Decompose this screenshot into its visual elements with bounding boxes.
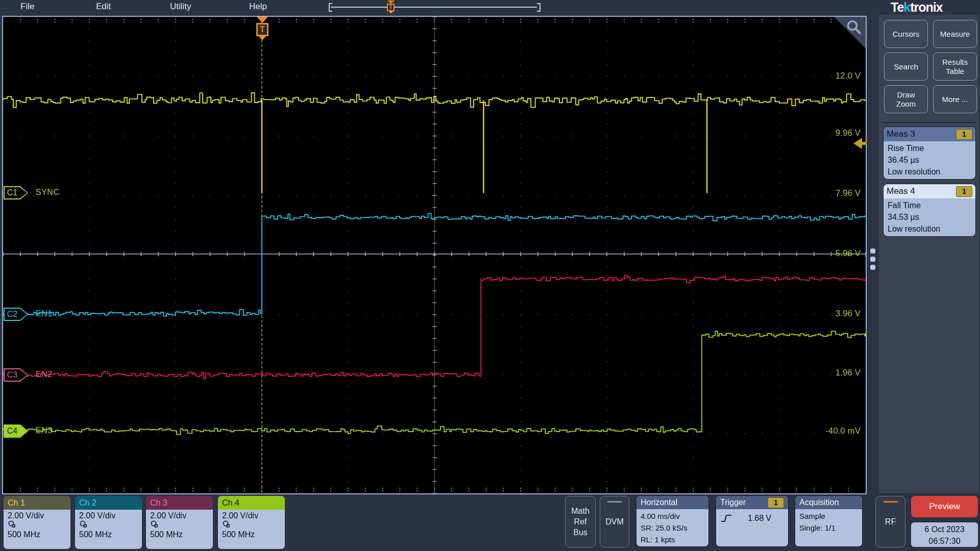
voltage-scale-label: 3.96 V <box>799 309 861 319</box>
channel-card-ch3[interactable]: Ch 32.00 V/div500 MHz <box>146 496 213 549</box>
channel-signal-label: EN3 <box>36 426 53 435</box>
slice-divider-handle-dot[interactable] <box>870 265 875 270</box>
channel-tag-id: C4 <box>4 424 21 438</box>
trigger-marker-label: T <box>387 4 395 11</box>
tektronix-logo: Tektronix <box>891 0 978 14</box>
sidebar-button-measure[interactable]: Measure <box>933 20 977 48</box>
measurement-title: Meas 4 <box>887 186 915 196</box>
probe-icon <box>79 520 88 528</box>
measurement-card-meas-3[interactable]: Meas 31Rise Time36.45 µsLow resolution <box>884 127 975 179</box>
sidebar-button-label: Draw <box>897 90 915 99</box>
voltage-scale-label: 9.96 V <box>799 128 861 138</box>
sidebar-button-more[interactable]: More ... <box>933 85 977 113</box>
horizontal-scale: 4.00 ms/div <box>641 510 704 522</box>
channel-card-ch2[interactable]: Ch 22.00 V/div500 MHz <box>75 496 142 549</box>
waveform-canvas[interactable] <box>3 17 866 493</box>
menu-item-file[interactable]: File <box>20 2 34 12</box>
horizontal-sample-rate: SR: 25.0 kS/s <box>641 522 704 534</box>
bottom-status-bar: Ch 12.00 V/div500 MHzCh 22.00 V/div500 M… <box>0 494 980 551</box>
date-value: 6 Oct 2023 <box>911 523 978 535</box>
measurement-card-body: Rise Time36.45 µsLow resolution <box>884 141 975 179</box>
voltage-scale-label: 7.96 V <box>799 188 861 198</box>
menu-item-help[interactable]: Help <box>249 2 267 12</box>
channel-tag-id: C3 <box>4 368 21 382</box>
channel-bandwidth: 500 MHz <box>150 530 213 539</box>
probe-icon <box>222 520 231 528</box>
channel-card-ch1[interactable]: Ch 12.00 V/div500 MHz <box>4 496 70 549</box>
trigger-flag-tip-icon <box>259 36 266 40</box>
sidebar-button-label: Measure <box>940 30 970 39</box>
channel-signal-label: EN1 <box>36 309 53 318</box>
math-ref-bus-button[interactable]: MathRefBus <box>565 496 596 547</box>
math-ref-bus-label: Math <box>571 506 590 516</box>
acquisition-settings-card[interactable]: Acquisition Sample Single: 1/1 <box>795 496 862 546</box>
menu-item-utility[interactable]: Utility <box>170 2 191 12</box>
measurement-card-header: Meas 41 <box>884 184 975 198</box>
trigger-position-track[interactable] <box>331 7 537 8</box>
trigger-level-value: 1.68 V <box>748 512 771 524</box>
channel-scale: 2.00 V/div <box>150 511 213 520</box>
measurement-source-badge: 1 <box>956 186 972 197</box>
channel-card-body: 2.00 V/div500 MHz <box>4 510 70 549</box>
slice-divider-handle-dot[interactable] <box>870 248 875 254</box>
sidebar-button-search[interactable]: Search <box>884 53 928 81</box>
channel-bandwidth: 500 MHz <box>222 530 285 539</box>
trigger-level-arrow[interactable] <box>853 138 867 149</box>
measurement-line: 36.45 µs <box>888 154 971 166</box>
horizontal-settings-card[interactable]: Horizontal 4.00 ms/div SR: 25.0 kS/s RL:… <box>636 496 708 546</box>
measurement-line: Low resolution <box>888 166 971 178</box>
probe-icon-row <box>8 520 70 530</box>
channel-tag-c2[interactable]: C2 <box>4 308 28 321</box>
trigger-position-marker[interactable]: T <box>387 1 396 14</box>
acquisition-mode: Sample <box>799 510 858 522</box>
probe-icon <box>150 520 159 528</box>
waveform-display[interactable]: 12.0 V9.96 V7.96 V5.96 V3.96 V1.96 V-40.… <box>2 16 867 494</box>
channel-scale: 2.00 V/div <box>79 511 142 520</box>
probe-icon-row <box>79 520 142 530</box>
measurement-line: Fall Time <box>888 199 971 211</box>
rf-indicator-line <box>884 501 898 503</box>
dvm-button[interactable]: DVM <box>600 496 629 547</box>
side-panel: CursorsMeasureSearchResultsTableDrawZoom… <box>879 15 979 493</box>
trigger-settings-card[interactable]: Trigger 1 1.68 V <box>716 496 788 546</box>
trigger-flag-label: T <box>256 23 268 36</box>
measurement-card-body: Fall Time34.53 µsLow resolution <box>884 198 975 236</box>
channel-tag-id: C1 <box>4 186 21 199</box>
horizontal-title: Horizontal <box>641 498 677 507</box>
channel-card-header: Ch 4 <box>218 496 285 510</box>
sidebar-button-cursors[interactable]: Cursors <box>884 20 928 48</box>
sidebar-button-label: More ... <box>942 95 968 104</box>
sidebar-button-label: Zoom <box>896 99 916 109</box>
trigger-flag[interactable]: T <box>256 17 268 40</box>
channel-bandwidth: 500 MHz <box>79 530 142 539</box>
acquisition-count: Single: 1/1 <box>799 522 858 534</box>
horizontal-record-length: RL: 1 kpts <box>641 534 704 545</box>
trigger-title: Trigger <box>720 498 746 507</box>
channel-card-ch4[interactable]: Ch 42.00 V/div500 MHz <box>218 496 285 549</box>
channel-scale: 2.00 V/div <box>222 511 285 520</box>
sidebar-button-results-table[interactable]: ResultsTable <box>933 53 977 81</box>
channel-signal-label: SYNC <box>36 188 59 197</box>
trigger-source-badge: 1 <box>768 497 784 508</box>
channel-tag-id: C2 <box>4 308 21 321</box>
measurement-title: Meas 3 <box>887 129 915 139</box>
trigger-level-arrow-icon <box>853 138 862 149</box>
voltage-scale-label: 5.96 V <box>799 248 861 259</box>
menu-item-edit[interactable]: Edit <box>96 2 111 12</box>
channel-tag-c1[interactable]: C1 <box>4 186 28 199</box>
panel-separator <box>882 122 976 123</box>
slice-divider-handle-dot[interactable] <box>870 257 875 262</box>
measurement-card-meas-4[interactable]: Meas 41Fall Time34.53 µsLow resolution <box>884 184 975 236</box>
dvm-indicator-line <box>607 501 622 503</box>
sidebar-button-draw-zoom[interactable]: DrawZoom <box>884 85 928 113</box>
measurement-source-badge: 1 <box>956 129 972 140</box>
probe-icon-row <box>222 520 285 530</box>
channel-tag-c4[interactable]: C4 <box>4 424 28 438</box>
channel-tag-c3[interactable]: C3 <box>4 368 28 382</box>
datetime-display: 6 Oct 2023 06:57:30 <box>911 522 978 547</box>
sidebar-button-label: Cursors <box>893 30 920 39</box>
preview-button[interactable]: Preview <box>911 496 978 517</box>
rf-button[interactable]: RF <box>875 496 905 547</box>
sidebar-button-label: Table <box>946 67 964 76</box>
probe-icon <box>8 520 16 528</box>
